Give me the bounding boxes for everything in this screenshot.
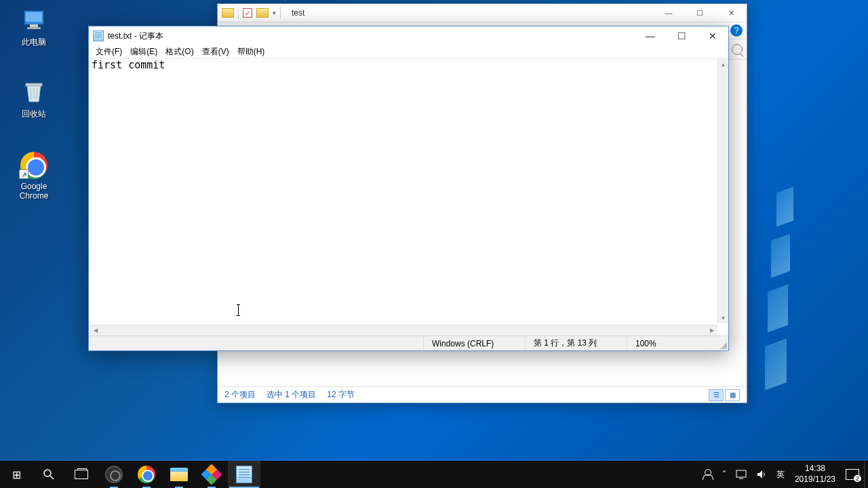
speaker-icon xyxy=(756,469,767,480)
windows-icon: ⊞ xyxy=(12,468,21,481)
status-selected: 选中 1 个项目 xyxy=(267,389,316,401)
svg-rect-10 xyxy=(736,470,746,477)
taskbar-app-explorer[interactable] xyxy=(163,461,195,488)
horizontal-scrollbar[interactable]: ◀ ▶ xyxy=(90,325,717,336)
chevron-up-icon: ˄ xyxy=(722,470,726,479)
menu-edit[interactable]: 编辑(E) xyxy=(126,45,161,59)
menu-view[interactable]: 查看(V) xyxy=(198,45,233,59)
taskbar: ⊞ ˄ 英 14:38 2019/11/23 xyxy=(0,461,868,488)
vertical-scrollbar[interactable]: ▲ ▼ xyxy=(717,59,728,323)
clock-time: 14:38 xyxy=(795,464,835,474)
obs-icon xyxy=(105,466,123,483)
scroll-right-icon[interactable]: ▶ xyxy=(707,325,717,336)
svg-rect-2 xyxy=(30,24,38,27)
svg-line-9 xyxy=(50,476,54,479)
scroll-down-icon[interactable]: ▼ xyxy=(718,312,728,323)
tray-notifications[interactable]: 2 xyxy=(841,461,864,488)
notepad-statusbar: Windows (CRLF) 第 1 行，第 13 列 100% xyxy=(89,336,728,350)
notepad-icon xyxy=(93,30,104,41)
desktop-icon-recycle-bin[interactable]: 回收站 xyxy=(7,79,61,120)
folder-icon[interactable] xyxy=(256,8,269,18)
explorer-titlebar[interactable]: ✓ ▾ test — ☐ ✕ xyxy=(218,4,747,22)
people-icon xyxy=(702,469,713,480)
view-details-button[interactable]: ☰ xyxy=(709,389,724,401)
notepad-window: test.txt - 记事本 — ☐ ✕ 文件(F) 编辑(E) 格式(O) 查… xyxy=(88,26,729,351)
tray-volume[interactable] xyxy=(751,461,772,488)
tray-ime[interactable]: 英 xyxy=(772,461,789,488)
scroll-left-icon[interactable]: ◀ xyxy=(90,325,101,336)
system-tray: ˄ 英 14:38 2019/11/23 2 xyxy=(697,461,868,488)
close-button[interactable]: ✕ xyxy=(697,26,728,45)
tray-people[interactable] xyxy=(697,461,717,488)
explorer-statusbar: 2 个项目 选中 1 个项目 12 字节 ☰ ▦ xyxy=(218,386,747,403)
svg-point-8 xyxy=(44,470,51,476)
search-icon[interactable] xyxy=(732,44,743,55)
menu-format[interactable]: 格式(O) xyxy=(161,45,197,59)
folder-icon[interactable] xyxy=(222,8,234,18)
svg-rect-1 xyxy=(26,12,42,22)
resize-grip[interactable] xyxy=(719,341,727,349)
chrome-icon: ↗ xyxy=(19,152,49,179)
clock-date: 2019/11/23 xyxy=(795,474,835,485)
computer-icon xyxy=(19,7,49,34)
maximize-button[interactable]: ☐ xyxy=(684,4,715,22)
monitor-icon xyxy=(736,470,747,479)
scroll-up-icon[interactable]: ▲ xyxy=(718,59,728,70)
notepad-titlebar[interactable]: test.txt - 记事本 — ☐ ✕ xyxy=(89,26,728,45)
notepad-menubar: 文件(F) 编辑(E) 格式(O) 查看(V) 帮助(H) xyxy=(89,45,728,59)
shortcut-arrow-icon: ↗ xyxy=(19,169,28,179)
explorer-title: test xyxy=(288,7,309,19)
git-icon xyxy=(201,464,222,485)
maximize-button[interactable]: ☐ xyxy=(666,26,697,45)
task-view-button[interactable] xyxy=(65,461,98,488)
trash-icon xyxy=(19,79,49,106)
taskbar-app-notepad[interactable] xyxy=(228,461,260,488)
tray-clock[interactable]: 14:38 2019/11/23 xyxy=(789,464,841,485)
taskbar-app-git[interactable] xyxy=(195,461,228,488)
status-item-count: 2 个项目 xyxy=(224,389,256,401)
menu-help[interactable]: 帮助(H) xyxy=(233,45,269,59)
wallpaper-decoration xyxy=(746,190,868,461)
notification-icon: 2 xyxy=(846,469,859,480)
search-icon xyxy=(43,468,55,481)
notepad-text-area[interactable]: first commit xyxy=(90,59,717,323)
search-button[interactable] xyxy=(33,461,65,488)
notepad-title: test.txt - 记事本 xyxy=(108,30,163,42)
help-icon[interactable]: ? xyxy=(730,24,743,37)
properties-icon[interactable]: ✓ xyxy=(243,8,252,18)
status-size: 12 字节 xyxy=(327,389,355,401)
minimize-button[interactable]: — xyxy=(653,4,684,22)
desktop-icon-label: 此电脑 xyxy=(7,37,61,48)
chrome-icon xyxy=(138,466,155,483)
status-zoom: 100% xyxy=(627,336,728,350)
desktop-icon-label: 回收站 xyxy=(7,108,61,120)
svg-rect-4 xyxy=(26,83,42,86)
folder-icon xyxy=(170,468,188,481)
status-encoding: Windows (CRLF) xyxy=(423,336,525,350)
notepad-icon xyxy=(236,466,252,483)
task-view-icon xyxy=(75,470,88,479)
taskbar-app-obs[interactable] xyxy=(98,461,130,488)
view-icons-button[interactable]: ▦ xyxy=(725,389,740,401)
text-cursor xyxy=(238,304,239,316)
tray-network[interactable] xyxy=(731,461,751,488)
tray-overflow[interactable]: ˄ xyxy=(717,461,731,488)
desktop-icon-label: Google Chrome xyxy=(7,182,61,201)
svg-rect-3 xyxy=(27,27,41,29)
show-desktop-button[interactable] xyxy=(864,461,868,488)
start-button[interactable]: ⊞ xyxy=(0,461,33,488)
notification-badge: 2 xyxy=(854,475,861,482)
minimize-button[interactable]: — xyxy=(635,26,666,45)
status-position: 第 1 行，第 13 列 xyxy=(525,336,627,350)
desktop-icon-chrome[interactable]: ↗ Google Chrome xyxy=(7,152,61,201)
dropdown-icon[interactable]: ▾ xyxy=(273,9,276,16)
desktop-icon-this-pc[interactable]: 此电脑 xyxy=(7,7,61,48)
menu-file[interactable]: 文件(F) xyxy=(92,45,126,59)
taskbar-app-chrome[interactable] xyxy=(130,461,163,488)
close-button[interactable]: ✕ xyxy=(715,4,747,22)
